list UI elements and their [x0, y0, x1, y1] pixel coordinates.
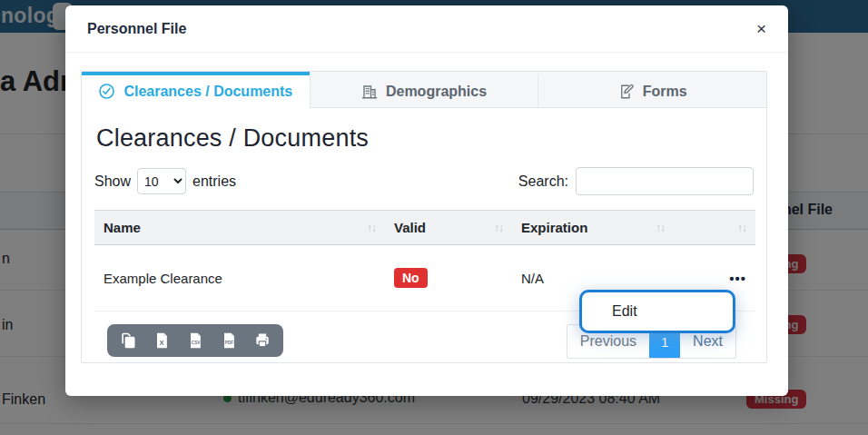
- svg-text:CSV: CSV: [192, 341, 201, 345]
- column-header-expiration[interactable]: Expiration↑↓: [512, 211, 674, 245]
- search-input[interactable]: [576, 167, 754, 195]
- page-length-select[interactable]: 10: [137, 168, 186, 194]
- column-header-valid[interactable]: Valid↑↓: [385, 211, 512, 245]
- show-label: Show: [94, 173, 131, 190]
- tab-bar: Clearances / Documents Demographics Form…: [82, 72, 766, 108]
- edit-menu-item[interactable]: Edit: [582, 303, 733, 320]
- entries-label: entries: [192, 173, 236, 190]
- tab-label: Clearances / Documents: [123, 84, 292, 100]
- tab-label: Forms: [643, 84, 687, 100]
- export-button-group: X CSV PDF: [107, 324, 283, 357]
- clearance-name-cell: Example Clearance: [94, 245, 385, 311]
- printer-icon: [253, 331, 271, 350]
- table-controls: Show 10 entries Search:: [94, 167, 754, 195]
- close-icon[interactable]: ×: [756, 20, 766, 37]
- print-button[interactable]: [253, 331, 271, 350]
- file-pdf-icon: PDF: [220, 331, 238, 350]
- page-length-control: Show 10 entries: [94, 168, 236, 194]
- row-actions-dropdown: Edit: [579, 290, 735, 333]
- search-control: Search:: [518, 167, 754, 195]
- section-heading: Clearances / Documents: [96, 124, 754, 153]
- copy-icon: [119, 331, 137, 350]
- sort-icon: ↑↓: [737, 222, 746, 234]
- modal-title: Personnel File: [87, 21, 186, 37]
- excel-export-button[interactable]: X: [153, 331, 171, 350]
- copy-button[interactable]: [119, 331, 137, 350]
- tab-forms[interactable]: Forms: [538, 72, 766, 108]
- modal-header: Personnel File ×: [65, 5, 788, 53]
- csv-export-button[interactable]: CSV: [186, 331, 204, 350]
- column-header-name[interactable]: Name↑↓: [94, 211, 385, 245]
- table-header-row: Name↑↓ Valid↑↓ Expiration↑↓ ↑↓: [94, 211, 755, 245]
- pdf-export-button[interactable]: PDF: [220, 331, 238, 350]
- sort-icon: ↑↓: [656, 222, 665, 234]
- svg-text:X: X: [160, 339, 164, 347]
- form-pencil-icon: [618, 84, 635, 100]
- search-label: Search:: [518, 173, 568, 190]
- tab-label: Demographics: [386, 84, 487, 100]
- tab-clearances-documents[interactable]: Clearances / Documents: [82, 72, 310, 108]
- column-header-actions[interactable]: ↑↓: [674, 211, 755, 245]
- sort-icon: ↑↓: [494, 222, 503, 234]
- clearance-valid-cell: No: [385, 245, 512, 311]
- svg-text:PDF: PDF: [225, 341, 233, 345]
- file-csv-icon: CSV: [186, 331, 204, 350]
- check-circle-icon: [98, 83, 115, 100]
- building-icon: [361, 84, 378, 100]
- file-excel-icon: X: [153, 331, 171, 350]
- row-actions-ellipsis-icon[interactable]: •••: [729, 271, 746, 286]
- tab-demographics[interactable]: Demographics: [310, 72, 538, 108]
- sort-icon: ↑↓: [367, 222, 376, 234]
- personnel-file-modal: Personnel File × Clearances / Documents …: [65, 5, 788, 396]
- valid-badge: No: [394, 268, 428, 288]
